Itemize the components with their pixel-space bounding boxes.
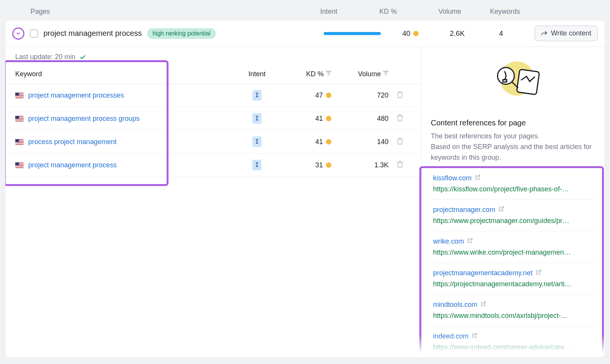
volume-cell: 720 (331, 91, 388, 99)
expand-toggle[interactable] (12, 27, 24, 40)
kd-cell: 41 (282, 138, 331, 146)
kd-cell: 41 (282, 115, 331, 123)
reference-domain-link[interactable]: wrike.com (433, 237, 464, 245)
reference-item: wrike.com https://www.wrike.com/project-… (431, 231, 596, 263)
kd-difficulty-dot (326, 162, 331, 168)
kd-difficulty-dot (326, 139, 331, 144)
volume-cell: 480 (331, 115, 388, 123)
svg-rect-3 (383, 71, 388, 72)
reference-url: https://projectmanagementacademy.net/art… (433, 280, 593, 288)
us-flag-icon (15, 162, 24, 168)
reference-url: https://www.wrike.com/project-managemen… (433, 249, 593, 257)
table-row: project management process groups I 41 4… (5, 107, 421, 130)
select-checkbox[interactable] (30, 29, 38, 38)
keyword-link[interactable]: process project management (28, 138, 117, 146)
reference-url: https://kissflow.com/project/five-phases… (433, 185, 593, 193)
svg-rect-1 (327, 72, 330, 73)
checkmark-icon (79, 54, 86, 61)
table-row: project management process I 31 1.3K (5, 154, 421, 177)
col-kd[interactable]: KD % (282, 70, 331, 78)
reference-item: projectmanagementacademy.net https://pro… (431, 263, 596, 294)
sort-icon (326, 70, 331, 78)
us-flag-icon (15, 93, 24, 98)
trash-icon (396, 114, 404, 122)
table-row: project management processes I 47 720 (5, 84, 421, 107)
external-link-icon (475, 174, 481, 182)
intent-bar (324, 32, 381, 35)
reference-item: projectmanager.com https://www.projectma… (431, 199, 596, 231)
reference-url: https://www.indeed.com/career-advice/car… (433, 343, 593, 351)
header-col-intent: Intent (320, 8, 379, 16)
kd-cell: 47 (282, 91, 331, 99)
summary-volume: 2.6K (432, 29, 482, 38)
us-flag-icon (15, 116, 24, 122)
page-summary-row: project management process high ranking … (5, 20, 605, 47)
svg-rect-2 (328, 74, 329, 75)
svg-rect-0 (326, 71, 331, 72)
svg-rect-5 (385, 74, 387, 75)
reference-url: https://www.mindtools.com/axrlsbj/projec… (433, 312, 593, 320)
volume-cell: 1.3K (331, 161, 388, 169)
kd-cell: 31 (282, 161, 331, 169)
svg-rect-7 (517, 69, 539, 95)
delete-button[interactable] (388, 91, 411, 100)
header-col-volume: Volume (438, 8, 490, 16)
keyword-link[interactable]: project management process (28, 161, 117, 169)
references-description: The best references for your pages. Base… (431, 131, 596, 163)
external-link-icon (467, 237, 473, 245)
delete-button[interactable] (388, 114, 411, 123)
reference-item: mindtools.com https://www.mindtools.com/… (431, 294, 596, 326)
trash-icon (396, 91, 404, 98)
idea-illustration (485, 58, 542, 105)
reference-url: https://www.projectmanager.com/guides/pr… (433, 217, 593, 225)
delete-button[interactable] (388, 160, 411, 170)
chevron-down-icon (15, 30, 21, 37)
ranking-potential-badge: high ranking potential (147, 28, 216, 39)
keyword-link[interactable]: project management process groups (28, 115, 140, 123)
reference-item: kissflow.com https://kissflow.com/projec… (431, 168, 596, 199)
header-col-keywords: Keywords (490, 8, 536, 16)
external-link-icon (536, 269, 542, 277)
write-content-button[interactable]: Write content (535, 26, 598, 41)
kd-difficulty-dot (326, 116, 331, 121)
table-top-header: Pages Intent KD % Volume Keywords (5, 4, 605, 20)
volume-cell: 140 (331, 138, 388, 146)
col-keyword: Keyword (15, 70, 232, 78)
table-row: process project management I 41 140 (5, 130, 421, 154)
external-link-icon (480, 301, 486, 308)
svg-rect-4 (384, 72, 387, 73)
intent-tag: I (252, 113, 262, 124)
trash-icon (396, 137, 404, 145)
keyword-table: Keyword Intent KD % Volume (5, 65, 421, 177)
reference-domain-link[interactable]: projectmanager.com (433, 206, 495, 214)
reference-domain-link[interactable]: mindtools.com (433, 301, 477, 309)
page-card: project management process high ranking … (5, 20, 605, 358)
header-col-pages: Pages (30, 8, 320, 16)
last-update: Last update: 20 min (5, 47, 421, 65)
us-flag-icon (15, 139, 24, 145)
intent-tag: I (252, 90, 262, 101)
references-title: Content references for page (431, 119, 596, 127)
kd-difficulty-dot (413, 31, 419, 36)
summary-kd: 40 (388, 29, 432, 38)
keyword-link[interactable]: project management processes (28, 91, 124, 99)
kd-difficulty-dot (326, 93, 331, 98)
reference-domain-link[interactable]: projectmanagementacademy.net (433, 269, 533, 277)
keyword-table-header: Keyword Intent KD % Volume (5, 65, 421, 84)
intent-tag: I (252, 136, 262, 147)
col-intent: Intent (232, 70, 282, 78)
write-content-label: Write content (551, 29, 591, 37)
page-title: project management process (43, 29, 142, 38)
reference-domain-link[interactable]: kissflow.com (433, 174, 472, 182)
trash-icon (396, 160, 404, 168)
col-volume[interactable]: Volume (331, 70, 388, 78)
external-link-icon (472, 332, 478, 340)
header-col-kd: KD % (379, 8, 438, 16)
sort-icon (383, 70, 388, 78)
external-link-icon (498, 206, 504, 213)
reference-domain-link[interactable]: indeed.com (433, 332, 469, 340)
summary-keywords-count: 4 (482, 29, 520, 38)
intent-tag: I (252, 160, 262, 170)
delete-button[interactable] (388, 137, 411, 147)
share-arrow-icon (541, 30, 548, 37)
